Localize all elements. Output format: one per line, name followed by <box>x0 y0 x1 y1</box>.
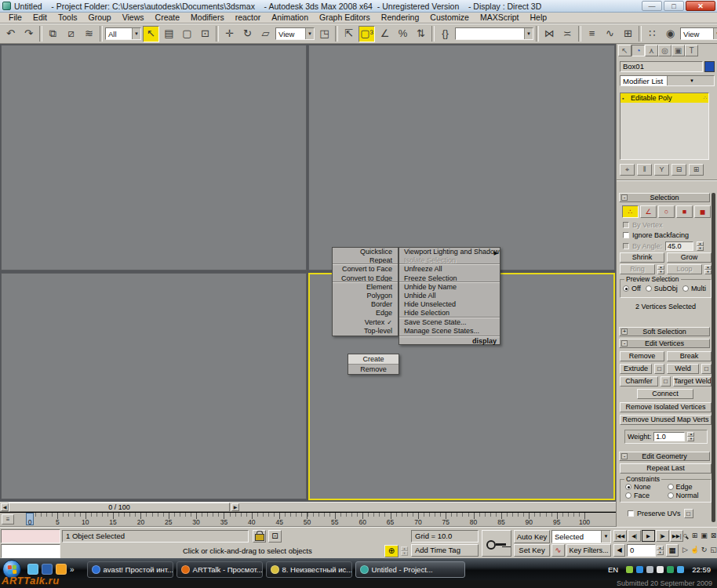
selection-lock-button[interactable] <box>253 530 266 543</box>
checkbox-icon[interactable] <box>623 232 629 238</box>
menu-item[interactable]: Customize <box>424 13 475 23</box>
time-slider-forward-arrow[interactable]: ▶ <box>231 503 239 511</box>
constraint-radio[interactable]: None <box>625 483 664 491</box>
quad-menu-item[interactable]: Save Scene State...✓▶ <box>399 318 500 327</box>
preview-radio[interactable]: SubObj <box>646 285 678 292</box>
quad-menu-item[interactable]: Convert to Edge✓▶ <box>333 274 398 283</box>
constraint-radio[interactable]: Normal <box>668 492 707 499</box>
chevron-down-icon[interactable]: ▼ <box>713 28 717 39</box>
menu-item[interactable]: Rendering <box>376 13 424 23</box>
language-indicator[interactable]: EN <box>608 565 618 574</box>
preview-radio[interactable]: Multi <box>682 285 706 292</box>
vertex-subobject-icon[interactable]: ∴ <box>622 205 639 218</box>
taskbar-clock[interactable]: 22:59 <box>692 565 711 574</box>
quad-menu-item[interactable]: Freeze Selection✓▶ <box>399 274 500 283</box>
modifier-list-dropdown[interactable]: Modifier List ▼ <box>620 75 715 86</box>
select-and-rotate-icon[interactable]: ↻ ▼ <box>239 26 256 42</box>
menu-item[interactable]: Tools <box>53 13 83 23</box>
repeat-last-button[interactable]: Repeat Last <box>620 463 712 474</box>
arc-rotate-icon[interactable]: ↻ <box>700 544 708 556</box>
task-arttalk[interactable]: ARTTalk - Просмот... <box>177 561 263 578</box>
checkbox-icon[interactable] <box>628 510 634 517</box>
zoom-extents-icon[interactable]: ▣ <box>700 530 708 542</box>
radio-icon[interactable] <box>682 285 689 292</box>
by-angle-field[interactable]: 45.0 <box>665 241 693 251</box>
expand-icon[interactable]: + <box>621 328 628 335</box>
menu-item[interactable]: Graph Editors <box>314 13 376 23</box>
close-button[interactable]: ✕ <box>686 1 715 11</box>
set-keys-button[interactable] <box>482 530 511 557</box>
viewport-top-left[interactable] <box>1 45 307 270</box>
checkbox-icon[interactable] <box>623 243 629 249</box>
shrink-button[interactable]: Shrink <box>620 252 664 263</box>
border-subobject-icon[interactable]: ○ <box>658 205 675 218</box>
key-mode-toggle-button[interactable]: ◀ <box>613 544 625 557</box>
radio-icon[interactable] <box>625 484 631 490</box>
utilities-tab[interactable]: T <box>685 45 698 56</box>
bind-to-space-warp-icon[interactable]: ≋ ▼ <box>81 26 97 42</box>
quad-menu-item[interactable]: Vertex✓▶ <box>333 318 398 327</box>
mirror-icon[interactable]: ⋈ ▼ <box>541 26 558 42</box>
viewport-bottom-left[interactable] <box>1 273 307 499</box>
menu-item[interactable]: Group <box>83 13 117 23</box>
toolbar-item[interactable]: ▼ <box>39 26 42 42</box>
zoom-all-icon[interactable]: ⊞ <box>690 530 699 542</box>
set-key-button[interactable]: Set Key <box>514 544 550 557</box>
select-and-uniform-scale-icon[interactable]: ▱ ▼ <box>257 26 274 42</box>
edit-geometry-rollout-header[interactable]: - Edit Geometry <box>619 452 710 461</box>
motion-tab[interactable]: ◎ <box>658 45 672 56</box>
undo-icon[interactable]: ↶ ▼ <box>2 26 19 42</box>
menu-item[interactable]: reactor <box>230 13 267 23</box>
menu-item[interactable]: Modifiers <box>185 13 230 23</box>
schematic-view-icon[interactable]: ⊞ ▼ <box>620 26 636 42</box>
spinner[interactable]: ▲▼ <box>401 546 408 556</box>
collapse-icon[interactable]: - <box>621 340 628 347</box>
toolbar-item[interactable]: ▼ <box>335 26 338 42</box>
task-unknown-file[interactable]: 8. Неизвестный ис... <box>266 561 352 578</box>
quad-menu-item[interactable]: Hide Unselected✓▶ <box>399 300 500 309</box>
quad-menu-item[interactable]: Top-level✓▶ <box>333 327 398 336</box>
show-end-result-icon[interactable]: ‖ <box>637 164 652 176</box>
quad-menu-item[interactable]: Element✓▶ <box>333 283 398 292</box>
previous-frame-button[interactable]: ◀| <box>628 530 641 542</box>
remove-unused-map-verts-button[interactable]: Remove Unused Map Verts <box>620 415 712 425</box>
panel-scrollbar[interactable] <box>712 193 715 522</box>
pan-icon[interactable]: ☝ <box>690 544 699 556</box>
remove-button[interactable]: Remove <box>620 351 664 361</box>
collapse-icon[interactable]: - <box>621 453 628 459</box>
weld-button[interactable]: Weld <box>667 364 699 374</box>
select-by-name-icon[interactable]: ▤ ▼ <box>161 26 177 42</box>
toolbar-item[interactable]: ▼ <box>431 26 435 42</box>
menu-item[interactable]: Edit <box>27 13 53 23</box>
align-icon[interactable]: ≍ ▼ <box>559 26 576 42</box>
collapse-icon[interactable]: - <box>621 194 628 201</box>
quad-menu-item[interactable]: Unhide by Name✓▶ <box>399 283 500 292</box>
quad-menu-item[interactable]: Isolate Selection✓▶ <box>399 256 500 265</box>
mini-menu-item[interactable]: Create <box>348 354 399 365</box>
edit-named-selection-sets-icon[interactable]: {} ▼ <box>437 26 453 42</box>
constraint-radio[interactable]: Edge <box>668 483 707 491</box>
time-slider-handle[interactable]: 0 / 100 <box>9 503 230 512</box>
toolbar-item[interactable]: ▼ <box>536 26 539 42</box>
menu-item[interactable]: File <box>3 13 27 23</box>
quick-launch-media-icon[interactable] <box>56 564 67 575</box>
absolute-mode-button[interactable]: ⊡ <box>268 530 282 543</box>
transform-type-in-mode-button[interactable]: ⊕ <box>384 545 399 557</box>
radio-icon[interactable] <box>625 492 631 499</box>
angle-snap-toggle-icon[interactable]: ∠ ▼ <box>377 26 393 42</box>
constraint-radio[interactable]: Face <box>625 492 664 499</box>
tray-icon-teal[interactable] <box>667 566 674 573</box>
chevron-down-icon[interactable]: ▼ <box>305 28 314 39</box>
quad-menu-item[interactable]: Polygon✓▶ <box>333 292 398 300</box>
modifier-stack-item[interactable]: ▪ Editable Poly ∴ <box>621 93 708 103</box>
break-button[interactable]: Break <box>667 351 712 361</box>
menu-item[interactable]: Create <box>150 13 186 23</box>
current-frame-field[interactable]: 0 <box>627 544 656 557</box>
connect-button[interactable]: Connect <box>637 389 693 399</box>
curve-editor-icon[interactable]: ∿ ▼ <box>602 26 618 42</box>
maxscript-listener-pink[interactable] <box>1 529 60 543</box>
preserve-uvs-settings-button[interactable]: □ <box>684 509 693 518</box>
spinner[interactable]: ▲▼ <box>687 432 694 441</box>
extrude-button[interactable]: Extrude <box>620 364 652 374</box>
task-avast[interactable]: avast! Простой инт... <box>87 561 173 578</box>
